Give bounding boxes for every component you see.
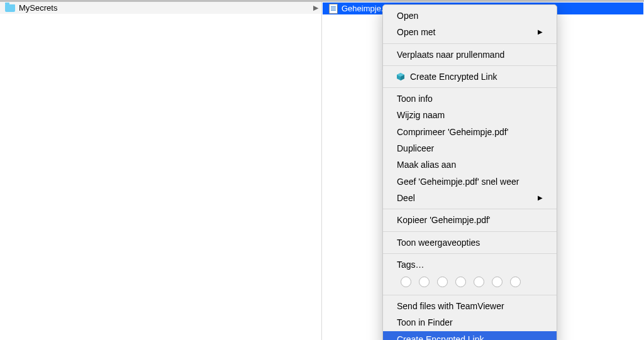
menu-label: Verplaats naar prullenmand bbox=[397, 48, 504, 61]
menu-label: Comprimeer 'Geheimpje.pdf' bbox=[397, 126, 508, 138]
tag-color-1[interactable] bbox=[401, 277, 411, 287]
tag-color-3[interactable] bbox=[437, 277, 448, 287]
tag-color-6[interactable] bbox=[492, 277, 502, 287]
menu-label: Wijzig naam bbox=[397, 109, 445, 121]
menu-label: Open bbox=[397, 9, 418, 22]
menu-duplicate[interactable]: Dupliceer bbox=[383, 140, 557, 156]
folder-icon bbox=[5, 4, 15, 12]
menu-tags[interactable]: Tags… bbox=[383, 256, 557, 273]
menu-show-in-finder[interactable]: Toon in Finder bbox=[383, 314, 557, 331]
tag-color-2[interactable] bbox=[419, 277, 430, 287]
context-menu: Open Open met ▶ Verplaats naar prullenma… bbox=[382, 4, 557, 340]
menu-label: Create Encrypted Link bbox=[397, 333, 484, 340]
menu-compress[interactable]: Comprimeer 'Geheimpje.pdf' bbox=[383, 124, 557, 140]
folder-label: MySecrets bbox=[19, 3, 311, 13]
menu-label: Maak alias aan bbox=[397, 158, 456, 171]
menu-separator bbox=[383, 253, 557, 254]
menu-share[interactable]: Deel ▶ bbox=[383, 190, 557, 206]
menu-label: Dupliceer bbox=[397, 142, 434, 155]
document-icon bbox=[329, 4, 338, 14]
menu-quicklook[interactable]: Geef 'Geheimpje.pdf' snel weer bbox=[383, 173, 557, 190]
folder-row-mysecrets[interactable]: MySecrets ▶ bbox=[0, 2, 321, 14]
menu-label: Kopieer 'Geheimpje.pdf' bbox=[397, 214, 491, 226]
menu-separator bbox=[383, 295, 557, 295]
menu-label: Geef 'Geheimpje.pdf' snel weer bbox=[397, 175, 519, 188]
menu-view-options[interactable]: Toon weergaveopties bbox=[383, 234, 557, 251]
finder-column-1: MySecrets ▶ bbox=[0, 2, 322, 340]
menu-label: Deel bbox=[397, 192, 415, 204]
menu-create-encrypted-link-bottom[interactable]: Create Encrypted Link bbox=[383, 331, 557, 340]
menu-label: Toon info bbox=[397, 92, 433, 105]
menu-label: Create Encrypted Link bbox=[410, 70, 497, 83]
menu-create-encrypted-link-top[interactable]: Create Encrypted Link bbox=[383, 69, 557, 85]
menu-label: Tags… bbox=[397, 258, 425, 271]
menu-label: Send files with TeamViewer bbox=[397, 300, 504, 312]
menu-show-info[interactable]: Toon info bbox=[383, 90, 557, 107]
menu-separator bbox=[383, 43, 557, 44]
menu-label: Open met bbox=[397, 26, 435, 38]
cube-icon bbox=[396, 72, 405, 81]
menu-label: Toon weergaveopties bbox=[397, 236, 480, 249]
tag-color-row bbox=[383, 273, 557, 292]
tag-color-4[interactable] bbox=[455, 277, 466, 287]
menu-separator bbox=[383, 65, 557, 66]
menu-separator bbox=[383, 231, 557, 232]
menu-move-to-trash[interactable]: Verplaats naar prullenmand bbox=[383, 47, 557, 63]
tag-color-7[interactable] bbox=[510, 277, 521, 287]
menu-separator bbox=[383, 209, 557, 209]
chevron-right-icon: ▶ bbox=[538, 28, 543, 37]
chevron-right-icon: ▶ bbox=[538, 194, 543, 203]
menu-rename[interactable]: Wijzig naam bbox=[383, 107, 557, 123]
menu-label: Toon in Finder bbox=[397, 316, 453, 329]
menu-separator bbox=[383, 87, 557, 88]
menu-open[interactable]: Open bbox=[383, 8, 557, 24]
tag-color-5[interactable] bbox=[474, 277, 484, 287]
menu-copy[interactable]: Kopieer 'Geheimpje.pdf' bbox=[383, 212, 557, 228]
menu-open-with[interactable]: Open met ▶ bbox=[383, 24, 557, 40]
menu-send-teamviewer[interactable]: Send files with TeamViewer bbox=[383, 298, 557, 314]
menu-make-alias[interactable]: Maak alias aan bbox=[383, 156, 557, 173]
chevron-right-icon: ▶ bbox=[313, 4, 318, 12]
